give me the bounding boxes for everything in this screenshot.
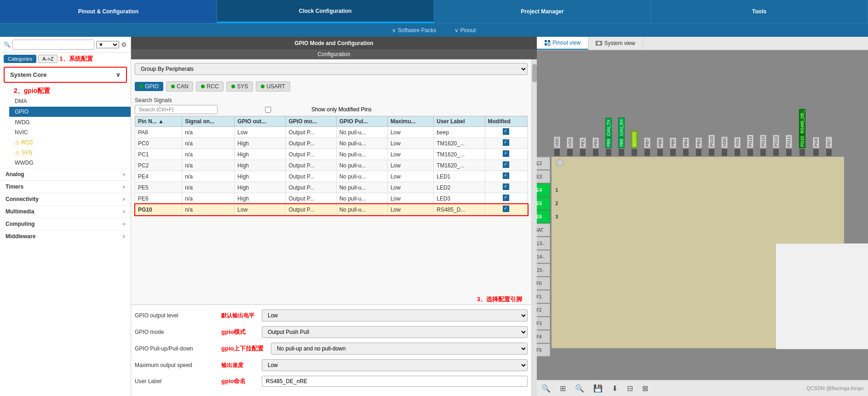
cell-max-speed: Low [387,127,433,138]
user-label-input[interactable] [262,376,528,387]
lpin-PE4: PE4 1 [537,184,550,196]
th-gpio-pull[interactable]: GPIO Pul... [336,116,387,127]
software-packs-link[interactable]: ∨ Software Packs [392,27,436,34]
cell-modified[interactable] [485,193,527,204]
table-row[interactable]: PC1 n/a High Output P... No pull-u... Lo… [135,149,528,160]
cell-modified[interactable] [485,127,527,138]
th-modified[interactable]: Modified [485,116,527,127]
cell-modified[interactable] [485,160,527,171]
zoom-in-icon[interactable]: 🔍 [541,384,551,393]
th-signal[interactable]: Signal on... [182,116,235,127]
search-input[interactable] [12,40,94,50]
import-icon[interactable]: ⬇ [612,384,618,393]
table-row[interactable]: PE4 n/a High Output P... No pull-u... Lo… [135,171,528,182]
lpin-PC15: PC15-. [537,264,550,276]
nav-clock[interactable]: Clock Configuration [217,0,434,23]
category-middleware[interactable]: Middleware > [0,230,131,242]
table-row[interactable]: PE6 n/a High Output P... No pull-u... Lo… [135,193,528,204]
search-signals-input[interactable] [135,105,218,114]
category-timers[interactable]: Timers > [0,180,131,193]
grid-icon[interactable]: ⊟ [627,384,633,393]
gpio-speed-select[interactable]: Low Medium High [262,359,528,371]
show-modified-check[interactable]: Show only Modified Pins [227,106,372,113]
tab-pinout-view[interactable]: Pinout view [537,37,588,50]
cell-user-label: LED3 [434,193,485,204]
system-view-icon [596,40,602,46]
sub-gpio[interactable]: GPIO [9,107,131,117]
modified-checkbox[interactable] [503,150,509,157]
tab-rcc[interactable]: RCC [196,81,224,92]
category-analog[interactable]: Analog > [0,168,131,180]
cell-modified[interactable] [485,204,527,215]
gpio-pull-select[interactable]: No pull-up and no pull-down Pull-up Pull… [271,343,528,355]
pin-VSS: VSS [563,137,576,156]
category-multimedia[interactable]: Multimedia > [0,205,131,218]
modified-checkbox[interactable] [503,206,509,212]
show-modified-checkbox[interactable] [227,107,310,113]
table-row[interactable]: PE5 n/a High Output P... No pull-u... Lo… [135,182,528,193]
table-row[interactable]: PG10 n/a Low Output P... No pull-u... Lo… [135,204,528,215]
annotation-naming: gpio命名 [221,377,258,385]
cell-modified[interactable] [485,182,527,193]
cell-modified[interactable] [485,149,527,160]
sub-wwdg[interactable]: WWDG [9,158,131,168]
table-row[interactable]: PA8 n/a Low Output P... No pull-u... Low… [135,127,528,138]
modified-checkbox[interactable] [503,128,509,135]
zoom-out-icon[interactable]: 🔍 [575,384,584,393]
table-row[interactable]: PC0 n/a High Output P... No pull-u... Lo… [135,138,528,149]
table-row[interactable]: PC2 n/a High Output P... No pull-u... Lo… [135,160,528,171]
nav-tools[interactable]: Tools [651,0,868,23]
cell-modified[interactable] [485,138,527,149]
layout-icon[interactable]: ⊠ [642,384,648,393]
tab-usart[interactable]: USART [256,81,290,92]
search-dropdown[interactable]: ▼ [96,41,119,48]
tab-can[interactable]: CAN [166,81,193,92]
middle-scrollbar[interactable] [531,59,537,396]
modified-checkbox[interactable] [503,184,509,190]
config-row-pullup: GPIO Pull-up/Pull-down gpio上下拉配置 No pull… [135,343,528,355]
th-gpio-out[interactable]: GPIO out... [235,116,286,127]
th-pin[interactable]: Pin N... ▲ [135,116,182,127]
tab-gpio[interactable]: GPIO [135,82,163,91]
nav-pinout[interactable]: Pinout & Configuration [0,0,217,23]
tab-az[interactable]: A->Z [38,55,57,63]
config-label: Configuration [317,51,350,57]
system-core-header[interactable]: System Core ∨ [4,67,127,83]
nav-project[interactable]: Project Manager [434,0,651,23]
gpio-mode-select[interactable]: Output Push Pull Output Open Drain [262,326,528,338]
gear-icon[interactable]: ⚙ [121,41,127,48]
category-computing[interactable]: Computing > [0,218,131,230]
cell-gpio-pull: No pull-u... [336,193,387,204]
modified-checkbox[interactable] [503,139,509,146]
cell-pin: PG10 [135,204,182,215]
gpio-mode-label: GPIO mode [135,329,218,335]
gpio-level-select[interactable]: Low High [262,310,528,321]
sub-iwdg[interactable]: IWDG [9,117,131,127]
th-gpio-mode[interactable]: GPIO mo... [286,116,336,127]
category-connectivity[interactable]: Connectivity > [0,193,131,205]
sub-rcc[interactable]: ⚠ RCC [9,138,131,148]
tab-sys[interactable]: SYS [226,81,253,92]
pinout-link[interactable]: ∨ Pinout [454,27,476,34]
tab-categories[interactable]: Categories [4,55,36,63]
fit-icon[interactable]: ⊞ [560,384,566,393]
search-icon: 🔍 [4,41,11,48]
group-by-select[interactable]: Group By Peripherals [135,63,528,75]
cell-modified[interactable] [485,171,527,182]
pin-PD7: PD7 [822,137,835,156]
cell-gpio-mode: Output P... [286,193,336,204]
modified-checkbox[interactable] [503,161,509,168]
save-icon[interactable]: 💾 [593,384,603,393]
sub-dma[interactable]: DMA [9,96,131,106]
cell-max-speed: Low [387,204,433,215]
modified-checkbox[interactable] [503,172,509,179]
cell-signal: n/a [182,182,235,193]
tab-system-view[interactable]: System view [588,37,643,50]
sub-nvic[interactable]: NVIC [9,127,131,138]
timers-chevron: > [122,184,125,189]
th-user-label[interactable]: User Label [434,116,485,127]
cell-gpio-pull: No pull-u... [336,138,387,149]
th-max-speed[interactable]: Maximu... [387,116,433,127]
modified-checkbox[interactable] [503,195,509,201]
sub-sys[interactable]: ⚠ SYS [9,148,131,158]
